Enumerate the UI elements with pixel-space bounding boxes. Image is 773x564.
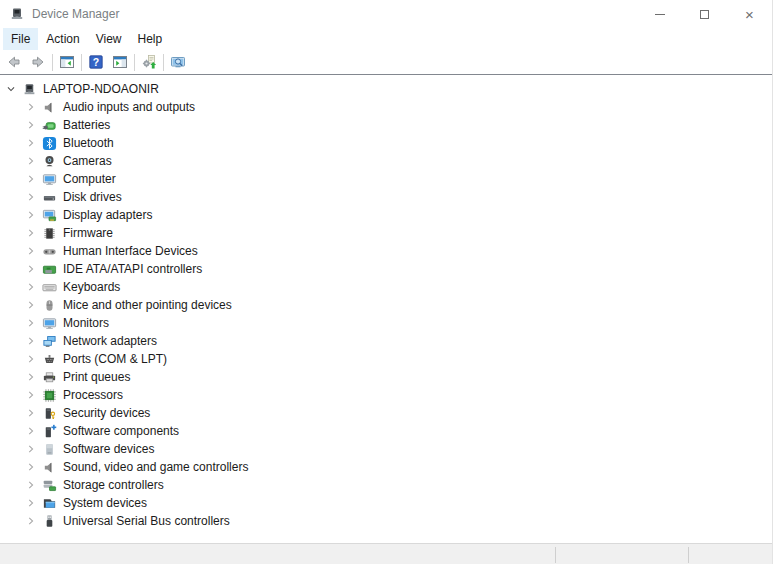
tree-row[interactable]: Bluetooth	[0, 134, 772, 152]
chevron-down-icon[interactable]	[4, 82, 18, 96]
close-icon: ×	[745, 7, 754, 22]
window-title: Device Manager	[32, 7, 119, 21]
tree-row-label: Universal Serial Bus controllers	[63, 514, 230, 528]
chevron-right-icon[interactable]	[24, 424, 38, 438]
chevron-right-icon[interactable]	[24, 262, 38, 276]
menu-bar: File Action View Help	[0, 28, 772, 50]
device-tree: LAPTOP-NDOAONIR Audio inputs and outputs…	[0, 75, 772, 541]
forward-button[interactable]	[26, 51, 50, 73]
software-component-icon	[42, 424, 57, 439]
tree-row[interactable]: Processors	[0, 386, 772, 404]
toolbar-separator	[81, 54, 82, 71]
tree-row[interactable]: IDE ATA/ATAPI controllers	[0, 260, 772, 278]
chevron-right-icon[interactable]	[24, 100, 38, 114]
processor-icon	[42, 388, 57, 403]
tree-row[interactable]: Audio inputs and outputs	[0, 98, 772, 116]
storage-controller-icon	[42, 478, 57, 493]
tree-row-label: Storage controllers	[63, 478, 164, 492]
computer-device-icon	[22, 82, 37, 97]
chevron-right-icon[interactable]	[24, 460, 38, 474]
tree-row[interactable]: Software components	[0, 422, 772, 440]
tree-row[interactable]: Ports (COM & LPT)	[0, 350, 772, 368]
help-button[interactable]	[84, 51, 108, 73]
chevron-right-icon[interactable]	[24, 316, 38, 330]
menu-view[interactable]: View	[88, 28, 130, 50]
minimize-button[interactable]	[637, 0, 682, 28]
tree-row[interactable]: Security devices	[0, 404, 772, 422]
menu-help[interactable]: Help	[130, 28, 171, 50]
back-button[interactable]	[2, 51, 26, 73]
chevron-right-icon[interactable]	[24, 406, 38, 420]
status-separator	[555, 547, 556, 563]
chevron-right-icon[interactable]	[24, 334, 38, 348]
chevron-right-icon[interactable]	[24, 154, 38, 168]
tree-row-label: Mice and other pointing devices	[63, 298, 232, 312]
tree-row[interactable]: Network adapters	[0, 332, 772, 350]
toolbar	[0, 50, 772, 75]
tree-row[interactable]: Sound, video and game controllers	[0, 458, 772, 476]
tree-row-label: Computer	[63, 172, 116, 186]
tree-row[interactable]: Firmware	[0, 224, 772, 242]
tree-row[interactable]: Human Interface Devices	[0, 242, 772, 260]
chevron-right-icon[interactable]	[24, 244, 38, 258]
tree-root-label: LAPTOP-NDOAONIR	[43, 82, 159, 96]
window-controls: ×	[637, 0, 772, 28]
network-icon	[42, 334, 57, 349]
speaker-icon	[42, 100, 57, 115]
chevron-right-icon[interactable]	[24, 298, 38, 312]
tree-row-label: System devices	[63, 496, 147, 510]
chevron-right-icon[interactable]	[24, 172, 38, 186]
tree-row-label: Bluetooth	[63, 136, 114, 150]
chevron-right-icon[interactable]	[24, 388, 38, 402]
tree-row-label: Security devices	[63, 406, 150, 420]
chevron-right-icon[interactable]	[24, 514, 38, 528]
tree-row[interactable]: Disk drives	[0, 188, 772, 206]
tree-row[interactable]: Computer	[0, 170, 772, 188]
device-manager-window: Device Manager × File Action View Help L…	[0, 0, 773, 564]
menu-file[interactable]: File	[3, 28, 38, 50]
chevron-right-icon[interactable]	[24, 442, 38, 456]
show-action-pane-button[interactable]	[108, 51, 132, 73]
forward-icon	[30, 54, 46, 70]
chevron-right-icon[interactable]	[24, 370, 38, 384]
chevron-right-icon[interactable]	[24, 118, 38, 132]
chevron-right-icon[interactable]	[24, 226, 38, 240]
tree-row[interactable]: Storage controllers	[0, 476, 772, 494]
scan-for-hardware-changes-button[interactable]	[137, 51, 161, 73]
disk-icon	[42, 190, 57, 205]
tree-row-label: Disk drives	[63, 190, 122, 204]
tree-row[interactable]: System devices	[0, 494, 772, 512]
tree-row[interactable]: Software devices	[0, 440, 772, 458]
tree-row[interactable]: Display adapters	[0, 206, 772, 224]
menu-action[interactable]: Action	[38, 28, 87, 50]
status-separator	[688, 547, 689, 563]
toolbar-separator	[52, 54, 53, 71]
minimize-icon	[655, 14, 665, 15]
tree-row-label: Ports (COM & LPT)	[63, 352, 167, 366]
tree-row[interactable]: Batteries	[0, 116, 772, 134]
chevron-right-icon[interactable]	[24, 136, 38, 150]
software-device-icon	[42, 442, 57, 457]
chevron-right-icon[interactable]	[24, 478, 38, 492]
tree-row-label: Cameras	[63, 154, 112, 168]
chevron-right-icon[interactable]	[24, 190, 38, 204]
tree-row[interactable]: Universal Serial Bus controllers	[0, 512, 772, 530]
tree-row[interactable]: Keyboards	[0, 278, 772, 296]
tree-row[interactable]: Mice and other pointing devices	[0, 296, 772, 314]
tree-row-label: Sound, video and game controllers	[63, 460, 248, 474]
chevron-right-icon[interactable]	[24, 208, 38, 222]
tree-row[interactable]: Cameras	[0, 152, 772, 170]
show-console-tree-button[interactable]	[55, 51, 79, 73]
chip-icon	[42, 226, 57, 241]
chevron-right-icon[interactable]	[24, 280, 38, 294]
tree-row-label: Display adapters	[63, 208, 152, 222]
close-button[interactable]: ×	[727, 0, 772, 28]
tree-row[interactable]: Monitors	[0, 314, 772, 332]
tree-row[interactable]: Print queues	[0, 368, 772, 386]
maximize-button[interactable]	[682, 0, 727, 28]
tree-root-row[interactable]: LAPTOP-NDOAONIR	[0, 80, 772, 98]
chevron-right-icon[interactable]	[24, 352, 38, 366]
device-search-button[interactable]	[166, 51, 190, 73]
monitor-icon	[42, 172, 57, 187]
chevron-right-icon[interactable]	[24, 496, 38, 510]
